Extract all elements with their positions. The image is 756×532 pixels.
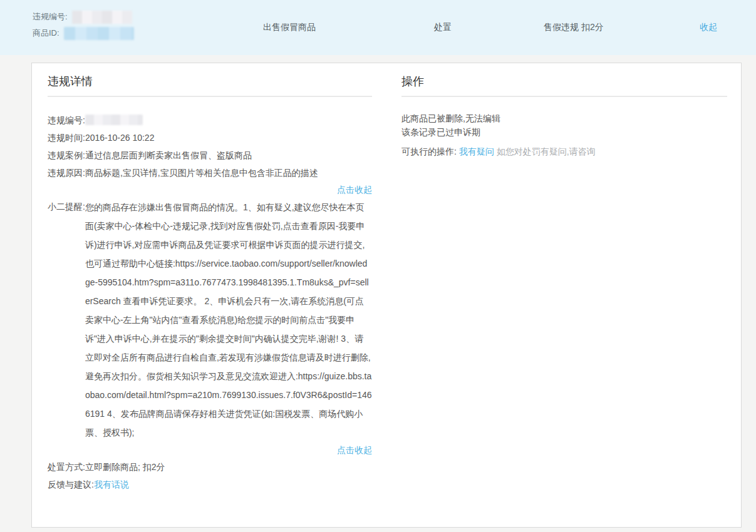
summary-product-id-redacted-link[interactable] xyxy=(64,27,134,40)
violation-time-value: 2016-10-26 10:22 xyxy=(85,129,155,146)
feedback-link[interactable]: 我有话说 xyxy=(94,479,129,489)
violation-case-row: 违规案例: 通过信息层面判断卖家出售假冒、盗版商品 xyxy=(48,146,372,164)
collapse-reminder-row: 点击收起 xyxy=(48,442,372,458)
disposal-value: 立即删除商品; 扣2分 xyxy=(85,458,165,476)
summary-penalty: 售假违规 扣2分 xyxy=(544,22,604,33)
violation-no-row: 违规编号: xyxy=(48,111,372,129)
collapse-reason-row: 点击收起 xyxy=(48,182,372,198)
staff-reminder-text: 您的商品存在涉嫌出售假冒商品的情况。1、如有疑义,建议您尽快在本页面(卖家中心-… xyxy=(85,198,372,442)
disposal-row: 处置方式: 立即删除商品; 扣2分 xyxy=(48,458,372,476)
violation-no-label: 违规编号: xyxy=(48,111,85,129)
violation-reason-row: 违规原因: 商品标题,宝贝详情,宝贝图片等相关信息中包含非正品的描述 xyxy=(48,164,372,182)
summary-action: 处置 xyxy=(434,22,452,33)
operations-title: 操作 xyxy=(401,74,727,97)
have-question-link[interactable]: 我有疑问 xyxy=(459,146,494,156)
summary-product-id-label: 商品ID: xyxy=(33,28,60,38)
operations-status-line1: 此商品已被删除,无法编辑 xyxy=(401,111,727,125)
details-title: 违规详情 xyxy=(48,74,372,97)
summary-ids: 违规编号: 商品ID: xyxy=(33,9,134,41)
feedback-label: 反馈与建议: xyxy=(48,476,94,493)
collapse-reason-link[interactable]: 点击收起 xyxy=(337,185,372,195)
collapse-reminder-link[interactable]: 点击收起 xyxy=(337,445,372,455)
staff-reminder-label: 小二提醒: xyxy=(48,198,85,442)
operations-action-hint: 如您对处罚有疑问,请咨询 xyxy=(497,146,596,156)
summary-violation-no-redacted xyxy=(72,11,132,24)
violation-no-value-redacted xyxy=(85,115,143,125)
operations-section: 操作 此商品已被删除,无法编辑 该条记录已过申诉期 可执行的操作: 我有疑问 如… xyxy=(401,74,727,158)
feedback-row: 反馈与建议: 我有话说 xyxy=(48,476,372,493)
violation-time-label: 违规时间: xyxy=(48,129,85,146)
violation-reason-label: 违规原因: xyxy=(48,164,85,182)
violation-record-panel: 违规详情 违规编号: 违规时间: 2016-10-26 10:22 违规案例: … xyxy=(31,63,742,528)
violation-details-section: 违规详情 违规编号: 违规时间: 2016-10-26 10:22 违规案例: … xyxy=(48,74,372,493)
violation-summary-bar: 违规编号: 商品ID: 出售假冒商品 处置 售假违规 扣2分 收起 xyxy=(0,0,756,55)
violation-reason-value: 商品标题,宝贝详情,宝贝图片等相关信息中包含非正品的描述 xyxy=(85,164,318,182)
disposal-label: 处置方式: xyxy=(48,458,85,476)
collapse-record-link[interactable]: 收起 xyxy=(700,22,717,33)
operations-status-line2: 该条记录已过申诉期 xyxy=(401,125,727,139)
violation-time-row: 违规时间: 2016-10-26 10:22 xyxy=(48,129,372,146)
summary-violation-type: 出售假冒商品 xyxy=(263,22,316,33)
violation-case-value: 通过信息层面判断卖家出售假冒、盗版商品 xyxy=(85,146,252,164)
summary-violation-no-label: 违规编号: xyxy=(33,12,68,21)
operations-action-row: 可执行的操作: 我有疑问 如您对处罚有疑问,请咨询 xyxy=(401,145,727,158)
operations-action-label: 可执行的操作: xyxy=(401,146,457,156)
staff-reminder-row: 小二提醒: 您的商品存在涉嫌出售假冒商品的情况。1、如有疑义,建议您尽快在本页面… xyxy=(48,198,372,442)
violation-case-label: 违规案例: xyxy=(48,146,85,164)
